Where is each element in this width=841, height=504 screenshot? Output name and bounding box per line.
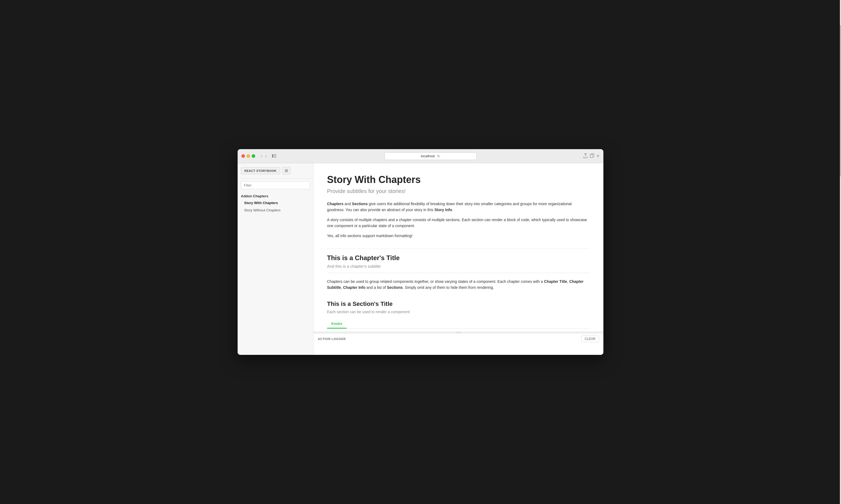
forward-button[interactable]: › [264, 153, 268, 159]
sidebar-toggle-button[interactable] [271, 153, 278, 159]
chapter-divider [327, 273, 590, 273]
resize-dot-3 [460, 332, 461, 333]
chapter-info: Chapters can be used to group related co… [327, 278, 590, 291]
sidebar-item-story-with-chapters[interactable]: Story With Chapters [238, 199, 313, 206]
section-title: This is a Section's Title [327, 301, 590, 307]
filter-input[interactable] [241, 181, 310, 189]
resize-dots [457, 332, 461, 333]
resize-dot-2 [458, 332, 459, 333]
sidebar: REACT STORYBOOK ⌘ Addon Chapters Story W… [238, 163, 313, 355]
minimize-button[interactable] [246, 154, 250, 158]
address-bar[interactable]: localhost ↻ [384, 152, 477, 160]
section-subtitle: Each section can be used to render a com… [327, 310, 590, 314]
action-logger: ACTION LOGGER CLEAR [313, 333, 603, 355]
chapter-title-bold: Chapter Title [544, 279, 567, 284]
react-storybook-button[interactable]: REACT STORYBOOK [241, 167, 280, 174]
browser-window: ‹ › localhost ↻ [238, 149, 603, 355]
browser-actions: + [583, 153, 600, 159]
intro-paragraph-1: Chapters and Sections give users the add… [327, 201, 590, 213]
story-info-bold: Story Info [434, 208, 452, 212]
chapters-bold: Chapters [327, 202, 344, 206]
content-area: Story With Chapters Provide subtitles fo… [313, 163, 603, 355]
maximize-button[interactable] [252, 154, 255, 158]
sidebar-header: REACT STORYBOOK ⌘ [238, 163, 313, 179]
svg-rect-4 [590, 155, 593, 158]
tab-knobs[interactable]: Knobs [327, 319, 346, 329]
shortcut-button[interactable]: ⌘ [282, 167, 290, 175]
duplicate-button[interactable] [590, 154, 594, 159]
sections-bold-2: Sections [387, 285, 402, 290]
sidebar-section-title: Addon Chapters [238, 192, 313, 199]
svg-rect-2 [274, 156, 276, 156]
section-tab-bar: Knobs [327, 319, 590, 329]
browser-chrome: ‹ › localhost ↻ [238, 149, 603, 163]
close-button[interactable] [241, 154, 245, 158]
traffic-lights [241, 154, 255, 158]
main-layout: REACT STORYBOOK ⌘ Addon Chapters Story W… [238, 163, 603, 355]
back-button[interactable]: ‹ [260, 153, 263, 159]
intro-paragraph-2: A story consists of multiple chapters an… [327, 217, 590, 229]
sections-bold: Sections [352, 202, 368, 206]
new-tab-button[interactable]: + [596, 153, 600, 159]
sidebar-item-story-without-chapters[interactable]: Story Without Chapters [238, 206, 313, 214]
url-text: localhost [421, 154, 434, 158]
svg-rect-3 [274, 157, 276, 158]
address-bar-container: localhost ↻ [280, 152, 581, 160]
share-button[interactable] [583, 153, 588, 159]
chapter-subtitle: And this is a chapter's subtitle [327, 264, 590, 269]
svg-rect-1 [274, 154, 276, 155]
chapter-title: This is a Chapter's Title [327, 254, 590, 262]
chapter-info-bold: Chapter Info [343, 285, 365, 290]
action-logger-content [313, 344, 603, 355]
content-scroll: Story With Chapters Provide subtitles fo… [313, 163, 603, 331]
refresh-button[interactable]: ↻ [437, 154, 440, 158]
resize-dot-1 [457, 332, 457, 333]
story-title: Story With Chapters [327, 174, 590, 185]
story-subtitle: Provide subtitles for your stories! [327, 188, 590, 194]
clear-button[interactable]: CLEAR [581, 336, 599, 342]
svg-rect-0 [272, 154, 273, 158]
nav-buttons: ‹ › [260, 153, 268, 159]
action-logger-header: ACTION LOGGER CLEAR [313, 334, 603, 344]
intro-paragraph-3: Yes, all info sections support markdown … [327, 233, 590, 239]
action-logger-title: ACTION LOGGER [318, 337, 346, 341]
